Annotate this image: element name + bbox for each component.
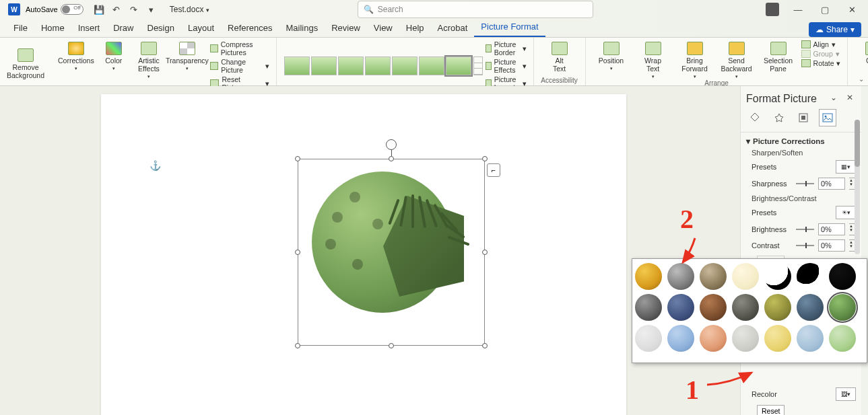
picture-corrections-section[interactable]: ▾ Picture Corrections [746, 137, 856, 146]
pane-scrollbar[interactable] [855, 120, 860, 254]
contrast-value[interactable]: 0% [818, 239, 845, 252]
resize-handle[interactable] [482, 156, 488, 161]
resize-handle[interactable] [295, 156, 300, 161]
brightness-value[interactable]: 0% [818, 223, 845, 235]
bring-forward-button[interactable]: Bring Forward▾ [676, 40, 714, 79]
selection-pane-button[interactable]: Selection Pane [760, 40, 797, 79]
search-input[interactable]: 🔍 Search [358, 1, 593, 18]
user-avatar[interactable] [766, 3, 779, 16]
color-button[interactable]: Color▾ [98, 40, 129, 91]
pane-close-button[interactable]: ✕ [844, 93, 856, 105]
styles-more-button[interactable] [473, 56, 483, 75]
recolor-swatch[interactable] [700, 294, 727, 321]
crop-button[interactable]: Crop▾ [855, 40, 868, 71]
align-button[interactable]: Align ▾ [801, 40, 841, 48]
recolor-swatch[interactable] [667, 263, 694, 290]
layout-options-button[interactable]: ⌐ [487, 163, 500, 177]
resize-handle[interactable] [482, 250, 488, 255]
recolor-swatch[interactable] [635, 294, 662, 321]
format-picture-pane: Format Picture ⌄ ✕ ▾ Picture Corrections… [740, 86, 861, 415]
tab-acrobat[interactable]: Acrobat [431, 20, 475, 37]
brightness-slider[interactable] [796, 229, 814, 230]
selected-picture[interactable]: ⌐ [298, 159, 485, 346]
tab-picture-format[interactable]: Picture Format [474, 19, 545, 37]
recolor-swatch[interactable] [764, 325, 791, 352]
contrast-slider[interactable] [796, 245, 814, 246]
recolor-swatch[interactable] [829, 263, 856, 290]
sharpen-presets-button[interactable]: ▦▾ [836, 160, 856, 174]
recolor-swatch[interactable] [732, 263, 759, 290]
tab-home[interactable]: Home [34, 20, 71, 37]
tab-file[interactable]: File [7, 20, 34, 37]
recolor-swatch[interactable] [764, 294, 791, 321]
fill-line-tab-icon[interactable] [746, 109, 764, 126]
alt-text-button[interactable]: Alt Text [541, 40, 578, 73]
position-button[interactable]: Position▾ [593, 40, 630, 79]
maximize-button[interactable]: ▢ [817, 1, 833, 17]
resize-handle[interactable] [482, 343, 488, 348]
resize-handle[interactable] [295, 343, 300, 348]
recolor-swatch[interactable] [829, 325, 856, 352]
resize-handle[interactable] [389, 343, 394, 348]
corrections-button[interactable]: Corrections▾ [58, 40, 94, 91]
recolor-swatch[interactable] [635, 325, 662, 352]
change-picture-button[interactable]: Change Picture ▾ [210, 58, 269, 74]
picture-effects-button[interactable]: Picture Effects ▾ [486, 58, 527, 74]
tab-references[interactable]: References [221, 20, 279, 37]
tab-mailings[interactable]: Mailings [279, 20, 325, 37]
qat-customize-icon[interactable]: ▾ [144, 2, 159, 17]
recolor-swatch[interactable] [797, 294, 824, 321]
group-button[interactable]: Group ▾ [801, 50, 841, 58]
recolor-swatch[interactable] [700, 263, 727, 290]
rotation-handle[interactable] [386, 139, 397, 150]
minimize-button[interactable]: — [790, 1, 806, 17]
recolor-swatch[interactable] [700, 325, 727, 352]
tab-draw[interactable]: Draw [106, 20, 140, 37]
recolor-swatch[interactable] [797, 325, 824, 352]
recolor-swatch[interactable] [732, 325, 759, 352]
autosave-toggle[interactable]: Off [61, 4, 84, 15]
sharpness-value[interactable]: 0% [818, 178, 845, 190]
ribbon-collapse-button[interactable]: ⌄ [859, 75, 864, 83]
compress-pictures-button[interactable]: Compress Pictures [210, 40, 269, 56]
tab-view[interactable]: View [367, 20, 399, 37]
save-icon[interactable]: 💾 [92, 2, 106, 17]
recolor-swatch[interactable] [667, 294, 694, 321]
share-button[interactable]: ☁ Share ▾ [809, 22, 861, 37]
recolor-swatch[interactable] [635, 263, 662, 290]
sharpness-slider[interactable] [796, 183, 814, 184]
picture-tab-icon[interactable] [819, 109, 836, 126]
send-backward-button[interactable]: Send Backward▾ [718, 40, 756, 79]
document-area[interactable]: ⚓ ⌐ [0, 86, 740, 415]
accessibility-group-label: Accessibility [541, 77, 577, 84]
undo-icon[interactable]: ↶ [109, 2, 124, 17]
recolor-swatch[interactable] [667, 325, 694, 352]
layout-tab-icon[interactable] [795, 109, 812, 126]
remove-background-button[interactable]: Remove Background [7, 47, 44, 79]
artistic-effects-button[interactable]: Artistic Effects▾ [133, 40, 164, 91]
tab-review[interactable]: Review [325, 20, 367, 37]
effects-tab-icon[interactable] [770, 109, 788, 126]
tab-layout[interactable]: Layout [181, 20, 221, 37]
rotate-button[interactable]: Rotate ▾ [801, 59, 841, 67]
bc-presets-button[interactable]: ☀▾ [836, 206, 856, 219]
recolor-swatch[interactable] [829, 294, 856, 321]
pane-options-button[interactable]: ⌄ [828, 93, 840, 105]
resize-handle[interactable] [389, 156, 394, 161]
tab-help[interactable]: Help [399, 20, 431, 37]
recolor-swatch[interactable] [797, 263, 824, 290]
document-name[interactable]: Test.docx ▾ [170, 5, 209, 14]
tab-design[interactable]: Design [141, 20, 181, 37]
recolor-swatch[interactable] [732, 294, 759, 321]
picture-styles-gallery[interactable] [283, 56, 483, 75]
transparency-button[interactable]: Transparency▾ [168, 40, 206, 91]
close-button[interactable]: ✕ [844, 1, 860, 17]
recolor-presets-button[interactable]: 🖼▾ [836, 387, 856, 401]
redo-icon[interactable]: ↷ [127, 2, 141, 17]
recolor-swatch[interactable] [764, 263, 791, 290]
resize-handle[interactable] [295, 250, 300, 255]
wrap-text-button[interactable]: Wrap Text▾ [634, 40, 672, 79]
color-reset-button[interactable]: Reset [757, 405, 784, 415]
picture-border-button[interactable]: Picture Border ▾ [486, 40, 527, 56]
tab-insert[interactable]: Insert [71, 20, 107, 37]
